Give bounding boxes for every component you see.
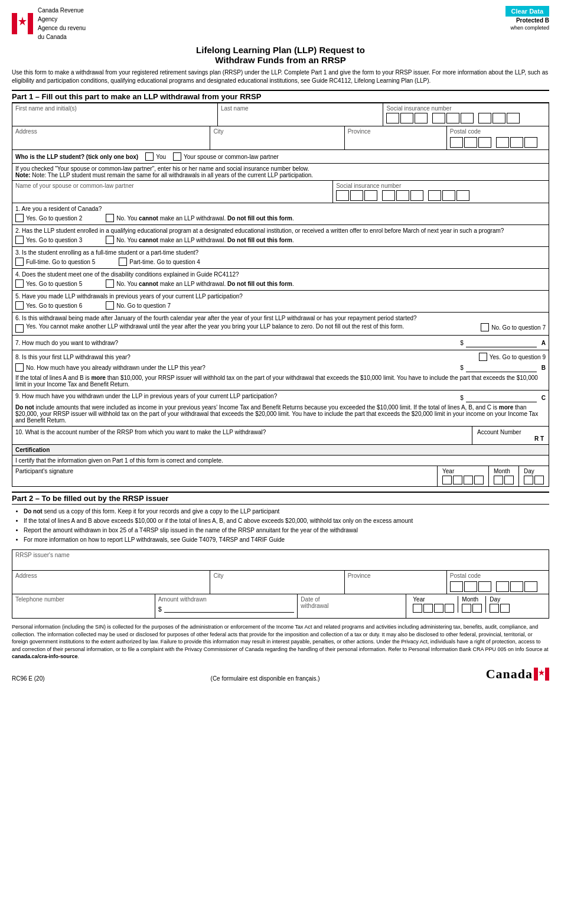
year-cell: Year [437, 466, 488, 486]
q7-section: 7. How much do you want to withdraw? $ A [12, 336, 549, 350]
q8-amount-field[interactable] [466, 363, 537, 372]
city-input[interactable] [213, 137, 341, 144]
svg-rect-2 [17, 13, 28, 34]
province-cell: Province [345, 126, 447, 149]
address-cell: Address [12, 126, 210, 149]
p2-address-input[interactable] [15, 581, 207, 588]
form-code: RC96 E (20) [12, 675, 45, 682]
svg-rect-6 [545, 668, 549, 681]
spouse-sin-boxes [336, 190, 546, 201]
province-input[interactable] [348, 137, 443, 144]
q3-fulltime-checkbox[interactable] [15, 258, 24, 266]
q2-no-checkbox[interactable] [106, 236, 114, 244]
p2-date-boxes-cell: Year Month Day [406, 594, 549, 618]
p2-city-input[interactable] [213, 581, 341, 588]
p2-date-cell: Date of withdrawal [298, 594, 406, 618]
canada-flag-icon [12, 13, 33, 34]
q1-no-checkbox[interactable] [106, 214, 114, 222]
q3-parttime-checkbox[interactable] [119, 258, 127, 266]
spouse-name-row: Name of your spouse or common-law partne… [12, 181, 549, 203]
q8-no-checkbox[interactable] [15, 363, 24, 372]
postal-code-cell: Postal code [447, 126, 549, 149]
q5-section: 5. Have you made LLP withdrawals in prev… [12, 291, 549, 313]
protected-b-label: Protected B when completed [505, 17, 549, 31]
svg-rect-4 [534, 668, 538, 681]
bullet-1: Do not send us a copy of this form. Keep… [24, 507, 549, 516]
form-title: Lifelong Learning Plan (LLP) Request to … [12, 45, 549, 65]
french-available: (Ce formulaire est disponible en françai… [211, 675, 320, 682]
sin-cell: Social insurance number [383, 103, 549, 126]
q2-section: 2. Has the LLP student enrolled in a qua… [12, 225, 549, 247]
svg-rect-1 [28, 13, 33, 34]
part2-bottom-row: Telephone number Amount withdrawn $ Date… [12, 594, 549, 619]
signature-row: Participant's signature Year Month Day [12, 466, 549, 486]
last-name-cell: Last name [218, 103, 384, 126]
agency-text: Canada Revenue Agency Agence du revenu d… [38, 6, 86, 41]
city-cell: City [210, 126, 344, 149]
q4-yes-checkbox[interactable] [15, 279, 24, 288]
p2-amount-cell: Amount withdrawn $ [155, 594, 298, 618]
certification-section: Certification I certify that the informa… [12, 445, 549, 487]
part2-address-row: Address City Province Postal code [12, 571, 549, 594]
issuer-name-input[interactable] [15, 561, 546, 568]
top-bar: Canada Revenue Agency Agence du revenu d… [12, 6, 549, 41]
q3-section: 3. Is the student enrolling as a full-ti… [12, 247, 549, 269]
bullet-2: If the total of lines A and B above exce… [24, 516, 549, 526]
spouse-name-cell: Name of your spouse or common-law partne… [12, 181, 333, 203]
p2-amount-input[interactable] [164, 605, 295, 613]
p2-telephone-cell: Telephone number [12, 594, 155, 618]
canada-wordmark: Canada [486, 666, 549, 682]
footer-bar: RC96 E (20) (Ce formulaire est disponibl… [12, 666, 549, 682]
issuer-name-cell: RRSP issuer's name [12, 549, 549, 571]
address-input[interactable] [15, 137, 207, 144]
q7-amount-field[interactable] [466, 338, 537, 347]
logo-area: Canada Revenue Agency Agence du revenu d… [12, 6, 86, 41]
day-cell: Day [518, 466, 549, 486]
spouse-checkbox[interactable] [173, 152, 181, 161]
you-checkbox[interactable] [145, 152, 154, 161]
svg-rect-0 [12, 13, 17, 34]
q4-section: 4. Does the student meet one of the disa… [12, 269, 549, 291]
part2-header: Part 2 – To be filled out by the RRSP is… [12, 492, 549, 505]
q2-yes-checkbox[interactable] [15, 236, 24, 244]
part1-header: Part 1 – Fill out this part to make an L… [12, 90, 549, 103]
spouse-name-input[interactable] [15, 191, 330, 199]
footer-text: Personal information (including the SIN)… [12, 623, 549, 661]
part2-bullets: Do not send us a copy of this form. Keep… [24, 507, 549, 545]
p2-postal-cell: Postal code [447, 571, 549, 594]
q1-yes-checkbox[interactable] [15, 214, 24, 222]
p2-province-input[interactable] [348, 581, 443, 588]
clear-data-button[interactable]: Clear Data [505, 6, 549, 17]
spouse-sin-cell: Social insurance number [333, 181, 549, 203]
spouse-note-row: If you checked "Your spouse or common-la… [12, 164, 549, 181]
q5-yes-checkbox[interactable] [15, 301, 24, 310]
month-cell: Month [488, 466, 518, 486]
p2-telephone-input[interactable] [15, 605, 152, 612]
q6-no-checkbox[interactable] [481, 323, 489, 331]
intro-text: Use this form to make a withdrawal from … [12, 69, 549, 85]
bullet-3: Report the amount withdrawn in box 25 of… [24, 526, 549, 535]
q10-section: 10. What is the account number of the RR… [12, 427, 549, 445]
q4-no-checkbox[interactable] [106, 279, 114, 288]
first-name-cell: First name and initial(s) [12, 103, 218, 126]
first-name-input[interactable] [15, 114, 214, 121]
q6-section: 6. Is this withdrawal being made after J… [12, 313, 549, 336]
q9-amount-field[interactable] [466, 393, 537, 402]
p2-address-cell: Address [12, 571, 210, 594]
q8-section: 8. Is this your first LLP withdrawal thi… [12, 350, 549, 391]
q9-section: 9. How much have you withdrawn under the… [12, 391, 549, 427]
q6-yes-checkbox[interactable] [15, 324, 24, 333]
top-right: Clear Data Protected B when completed [505, 6, 549, 31]
bullet-4: For more information on how to report LL… [24, 535, 549, 545]
llp-student-row: Who is the LLP student? (tick only one b… [12, 150, 549, 164]
p2-city-cell: City [210, 571, 344, 594]
name-sin-row: First name and initial(s) Last name Soci… [12, 103, 549, 126]
sin-boxes [386, 113, 546, 123]
p2-province-cell: Province [345, 571, 447, 594]
q5-no-checkbox[interactable] [106, 301, 114, 310]
address-row: Address City Province Postal code [12, 126, 549, 150]
q1-section: 1. Are you a resident of Canada? Yes. Go… [12, 203, 549, 225]
q8-yes-checkbox[interactable] [479, 353, 487, 361]
last-name-input[interactable] [221, 114, 380, 121]
